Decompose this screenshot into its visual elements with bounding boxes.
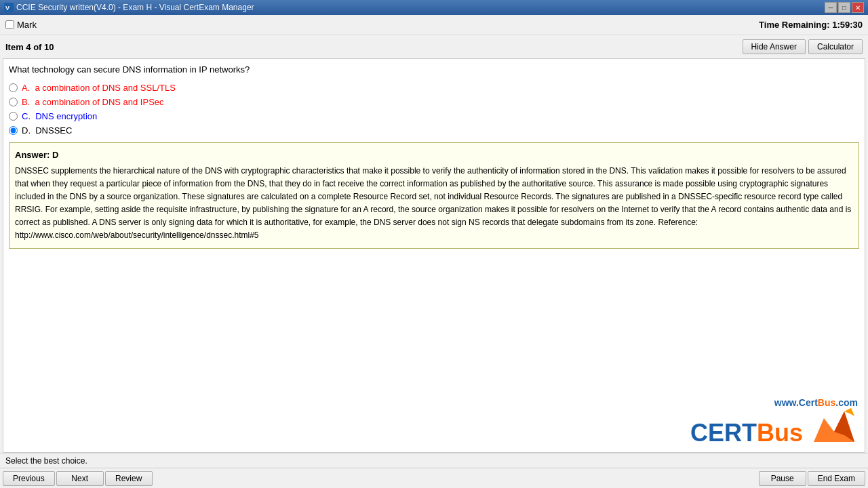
answer-explanation: DNSSEC supplements the hierarchical natu… xyxy=(15,165,853,243)
status-bar: Select the best choice. xyxy=(0,453,868,468)
maximize-button[interactable]: □ xyxy=(838,2,850,13)
certbus-url: www.CertBus.com xyxy=(690,397,858,408)
option-a-label: A. a combination of DNS and SSL/TLS xyxy=(22,83,176,93)
review-button[interactable]: Review xyxy=(105,471,153,486)
header-buttons: Hide Answer Calculator xyxy=(743,39,863,54)
next-button[interactable]: Next xyxy=(56,471,104,486)
radio-a[interactable] xyxy=(9,83,18,92)
option-c: C. DNS encryption xyxy=(9,111,859,121)
svg-marker-4 xyxy=(844,408,854,416)
app-icon: V xyxy=(4,3,14,12)
pause-button[interactable]: Pause xyxy=(759,471,806,486)
certbus-fox-icon xyxy=(810,408,858,445)
certbus-url-text: www. xyxy=(774,397,799,408)
main-content: What technology can secure DNS informati… xyxy=(3,58,865,453)
certbus-bus-text: Bus xyxy=(818,397,835,408)
option-d: D. DNSSEC xyxy=(9,125,859,136)
bottom-bar: Previous Next Review Pause End Exam xyxy=(0,468,868,488)
radio-b[interactable] xyxy=(9,98,18,106)
mark-label[interactable]: Mark xyxy=(17,20,37,30)
previous-button[interactable]: Previous xyxy=(3,471,55,486)
end-exam-button[interactable]: End Exam xyxy=(808,471,865,486)
radio-c[interactable] xyxy=(9,112,18,121)
item-label: Item 4 of 10 xyxy=(5,42,54,52)
question-header: Item 4 of 10 Hide Answer Calculator xyxy=(0,35,868,58)
answer-box: Answer: D DNSSEC supplements the hierarc… xyxy=(9,142,859,249)
time-remaining: Time Remaining: 1:59:30 xyxy=(759,20,863,30)
title-bar-left: V CCIE Security written(V4.0) - Exam H -… xyxy=(4,3,254,12)
option-d-label: D. DNSSEC xyxy=(22,125,72,136)
title-bar-controls: ─ □ ✕ xyxy=(825,2,864,13)
options-container: A. a combination of DNS and SSL/TLS B. a… xyxy=(9,83,859,136)
title-text: CCIE Security written(V4.0) - Exam H - V… xyxy=(16,3,254,12)
certbus-cert-text: Cert xyxy=(799,397,818,408)
minimize-button[interactable]: ─ xyxy=(825,2,837,13)
answer-label: Answer: D xyxy=(15,148,853,162)
mark-checkbox[interactable] xyxy=(5,20,14,29)
close-button[interactable]: ✕ xyxy=(852,2,864,13)
certbus-logo: www.CertBus.com CERTBus xyxy=(690,397,858,445)
logo-area: www.CertBus.com CERTBus xyxy=(690,397,858,445)
top-bar: Mark Time Remaining: 1:59:30 xyxy=(0,15,868,35)
radio-d[interactable] xyxy=(9,126,18,135)
option-a: A. a combination of DNS and SSL/TLS xyxy=(9,83,859,93)
mark-section: Mark xyxy=(5,20,37,30)
svg-text:V: V xyxy=(5,5,9,12)
calculator-button[interactable]: Calculator xyxy=(808,39,863,54)
hide-answer-button[interactable]: Hide Answer xyxy=(743,39,806,54)
option-c-label: C. DNS encryption xyxy=(22,111,97,121)
certbus-name: CERTBus xyxy=(690,408,858,445)
question-text: What technology can secure DNS informati… xyxy=(9,64,859,75)
certbus-bus-large: Bus xyxy=(757,419,803,447)
certbus-cert-large: CERT xyxy=(690,419,757,447)
certbus-com-text: .com xyxy=(835,397,858,408)
option-b: B. a combination of DNS and IPSec xyxy=(9,97,859,107)
status-text: Select the best choice. xyxy=(5,456,87,466)
option-b-label: B. a combination of DNS and IPSec xyxy=(22,97,164,107)
bottom-right: Pause End Exam xyxy=(759,471,865,486)
bottom-left: Previous Next Review xyxy=(3,471,153,486)
title-bar: V CCIE Security written(V4.0) - Exam H -… xyxy=(0,0,868,15)
